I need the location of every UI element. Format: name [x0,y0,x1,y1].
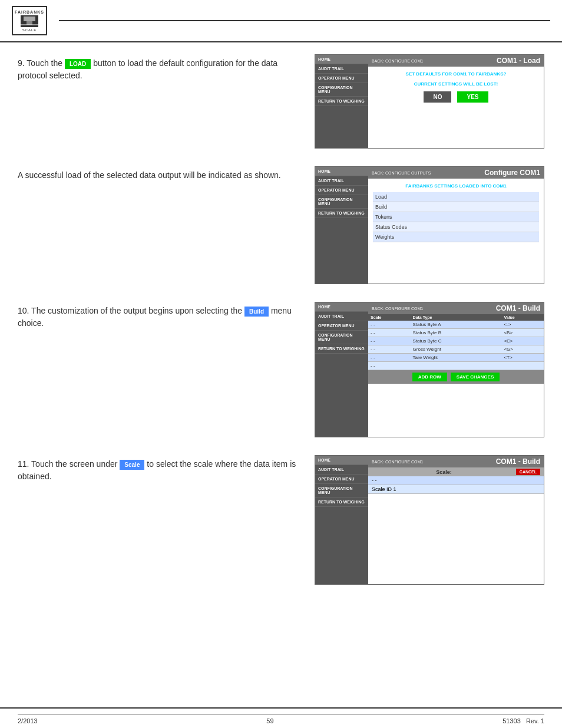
panel-4-main: BACK: CONFIGURE COM1 COM1 - Build Scale:… [368,456,544,584]
panel-1-title: COM1 - Load [497,57,540,65]
sidebar-return-2[interactable]: RETURN TO WEIGHING [315,209,368,218]
sidebar-home-3[interactable]: HOME [315,302,368,312]
scale-select-header: Scale: CANCEL [368,467,544,476]
sidebar-operator-2[interactable]: OPERATOR MENU [315,186,368,195]
load-button-inline: LOAD [65,59,91,69]
panel-1-back: BACK: CONFIGURE COM1 [372,59,423,63]
sidebar-return-4[interactable]: RETURN TO WEIGHING [315,498,368,507]
yes-button[interactable]: YES [457,91,488,103]
row1-scale[interactable]: - - [368,321,411,329]
panel-1-body: SET DEFAULTS FOR COM1 TO FAIRBANKS? CURR… [368,67,544,148]
row3-value[interactable]: <C> [501,337,544,345]
sidebar-config-3[interactable]: CONFIGURATION MENU [315,331,368,344]
col-scale: Scale [368,314,411,321]
section-9-text: 9. Touch the LOAD button to load the def… [18,54,303,82]
panel-1-header: BACK: CONFIGURE COM1 COM1 - Load [368,55,544,67]
panel-3-title: COM1 - Build [496,304,540,312]
sidebar-config-4[interactable]: CONFIGURATION MENU [315,484,368,498]
sidebar-return-3[interactable]: RETURN TO WEIGHING [315,344,368,354]
sidebar-operator-4[interactable]: OPERATOR MENU [315,475,368,484]
col-value: Value [501,314,544,321]
panel-configure-com1: HOME AUDIT TRAIL OPERATOR MENU CONFIGURA… [315,166,544,284]
panel-2-main: BACK: CONFIGURE OUTPUTS Configure COM1 F… [368,167,544,284]
section-10-text: 10. The customization of the output begi… [18,302,303,330]
menu-tokens[interactable]: Tokens [373,212,539,222]
panel-scale-select: HOME AUDIT TRAIL OPERATOR MENU CONFIGURA… [315,455,544,585]
svg-rect-1 [27,21,32,25]
panel-com1-build: HOME AUDIT TRAIL OPERATOR MENU CONFIGURA… [315,302,544,437]
sidebar-config-2[interactable]: CONFIGURATION MENU [315,195,368,209]
sidebar-operator-3[interactable]: OPERATOR MENU [315,321,368,331]
table-row: - - Tare Weight <T> [368,354,544,362]
row6-value[interactable] [501,362,544,370]
row5-scale[interactable]: - - [368,354,411,362]
row4-value[interactable]: <G> [501,345,544,354]
panel-2-sidebar: HOME AUDIT TRAIL OPERATOR MENU CONFIGURA… [315,167,368,284]
menu-weights[interactable]: Weights [373,232,539,242]
scale-id-1[interactable]: Scale ID 1 [368,485,544,494]
panel-1-main: BACK: CONFIGURE COM1 COM1 - Load SET DEF… [368,55,544,148]
footer-content: 2/2013 59 51303 Rev. 1 [18,717,544,724]
sidebar-audit-1[interactable]: AUDIT TRAIL [315,64,368,74]
cancel-button[interactable]: CANCEL [516,469,540,475]
row1-value[interactable]: <-> [501,321,544,329]
logo-box: FAIRBANKS SCALE [12,6,47,35]
sidebar-audit-2[interactable]: AUDIT TRAIL [315,176,368,186]
build-table: Scale Data Type Value - - Status Byte A … [368,314,544,370]
logo-scale-text: SCALE [22,28,37,32]
panel-1-sidebar: HOME AUDIT TRAIL OPERATOR MENU CONFIGURA… [315,55,368,148]
row2-scale[interactable]: - - [368,329,411,337]
panel-4-back: BACK: CONFIGURE COM1 [372,460,423,464]
sidebar-audit-3[interactable]: AUDIT TRAIL [315,312,368,321]
row5-value[interactable]: <T> [501,354,544,362]
panel-3-header: BACK: CONFIGURE COM1 COM1 - Build [368,302,544,314]
sidebar-audit-4[interactable]: AUDIT TRAIL [315,465,368,475]
save-changes-button[interactable]: SAVE CHANGES [451,373,500,381]
section-9: 9. Touch the LOAD button to load the def… [18,54,544,149]
sidebar-home-4[interactable]: HOME [315,456,368,465]
panel-2-title: Configure COM1 [484,169,540,177]
panel-3-sidebar: HOME AUDIT TRAIL OPERATOR MENU CONFIGURA… [315,302,368,437]
panel-1-btn-row: NO YES [373,91,539,103]
section-11-text: 11. Touch the screen under Scale to sele… [18,455,303,483]
panel-2-body: Fairbanks settings loaded into COM1 Load… [368,179,544,284]
menu-load[interactable]: Load [373,192,539,202]
table-row: - - Status Byte C <C> [368,337,544,345]
row4-datatype: Gross Weight [411,345,502,354]
row5-datatype: Tare Weight [411,354,502,362]
col-datatype: Data Type [411,314,502,321]
sidebar-home-2[interactable]: HOME [315,167,368,176]
footer-date: 2/2013 [18,717,38,724]
menu-build[interactable]: Build [373,202,539,212]
row6-scale[interactable]: - - [368,362,411,370]
row3-datatype: Status Byte C [411,337,502,345]
add-row-button[interactable]: ADD ROW [412,373,447,381]
table-btn-row: ADD ROW SAVE CHANGES [368,370,544,384]
section-9-number: 9. [18,58,25,68]
logo-icon [21,15,38,27]
row2-datatype: Status Byte B [411,329,502,337]
row3-scale[interactable]: - - [368,337,411,345]
logo: FAIRBANKS SCALE [12,6,47,35]
row1-datatype: Status Byte A [411,321,502,329]
sidebar-operator-1[interactable]: OPERATOR MENU [315,74,368,83]
sidebar-home-1[interactable]: HOME [315,55,368,64]
row6-datatype [411,362,502,370]
menu-status-codes[interactable]: Status Codes [373,222,539,232]
panel-2-header: BACK: CONFIGURE OUTPUTS Configure COM1 [368,167,544,179]
panel-4-title: COM1 - Build [496,457,540,466]
page-header: FAIRBANKS SCALE [0,0,562,42]
panel-1-warning1: SET DEFAULTS FOR COM1 TO FAIRBANKS? [373,71,539,77]
row4-scale[interactable]: - - [368,345,411,354]
row2-value[interactable]: <B> [501,329,544,337]
panel-1-warning2: CURRENT SETTINGS WILL BE LOST! [373,81,539,87]
panel-3-main: BACK: CONFIGURE COM1 COM1 - Build Scale … [368,302,544,437]
sidebar-return-1[interactable]: RETURN TO WEIGHING [315,97,368,106]
section-10: 10. The customization of the output begi… [18,302,544,437]
no-button[interactable]: NO [424,91,451,103]
table-row: - - Status Byte B <B> [368,329,544,337]
scale-dotdot[interactable]: - - [368,476,544,485]
sidebar-config-1[interactable]: CONFIGURATION MENU [315,83,368,97]
table-row: - - Status Byte A <-> [368,321,544,329]
panel-2-menu: Load Build Tokens Status Codes Weights [373,192,539,242]
